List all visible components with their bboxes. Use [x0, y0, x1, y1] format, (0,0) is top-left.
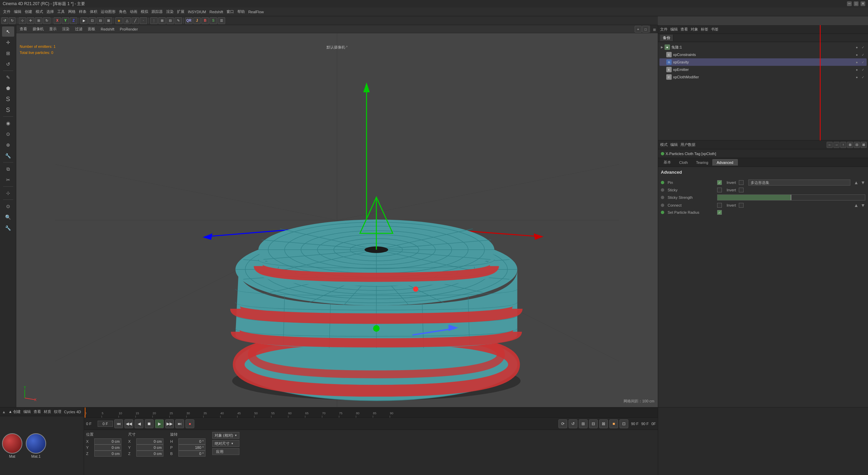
connect-invert-checkbox[interactable] — [739, 203, 744, 208]
scene-vis-2[interactable]: ● — [854, 52, 859, 57]
sidebar-tool3-icon[interactable]: ⊕ — [2, 140, 14, 150]
sidebar-tool1-icon[interactable]: ◉ — [2, 118, 14, 128]
material-ball-mat1[interactable] — [26, 433, 46, 454]
transport-btn-prev[interactable]: ◀ — [135, 419, 143, 428]
set-particle-checkbox[interactable]: ✓ — [717, 210, 722, 215]
attr-userdata-menu[interactable]: 用户数据 — [680, 142, 695, 147]
redo-btn[interactable]: ↻ — [9, 17, 16, 24]
scene-check-5[interactable]: ✓ — [861, 75, 865, 79]
mat-cycles[interactable]: Cycles 4D — [64, 410, 81, 414]
vp-render-menu[interactable]: 渲染 — [61, 26, 71, 32]
vp-view-menu[interactable]: 查看 — [18, 26, 28, 32]
mat-material[interactable]: 材质 — [44, 409, 51, 414]
render-view-btn[interactable]: ▶ — [80, 17, 88, 24]
menu-realflow[interactable]: RealFlow — [246, 10, 265, 14]
vp-panel-menu[interactable]: 面板 — [86, 26, 97, 32]
attr-extra1-btn[interactable]: ⊞ — [847, 142, 853, 148]
scene-check-3[interactable]: ✓ — [861, 60, 865, 64]
menu-mesh[interactable]: 网格 — [66, 9, 77, 14]
connect-checkbox[interactable] — [717, 203, 722, 208]
scene-check-4[interactable]: ✓ — [861, 67, 865, 72]
transport-btn-next[interactable]: ▶▶ — [165, 419, 174, 428]
pos-x-input[interactable] — [94, 438, 121, 444]
axis-z-btn[interactable]: Z — [70, 17, 77, 24]
menu-tracker[interactable]: 跟踪器 — [150, 9, 164, 14]
sticky-checkbox[interactable] — [717, 188, 722, 192]
transport-btn-extra3[interactable]: ⊠ — [599, 419, 608, 428]
coord-mode-dropdown2[interactable]: 绝对尺寸 ▼ — [212, 440, 239, 447]
frame-input[interactable] — [98, 421, 113, 427]
transport-btn-extra4[interactable]: ■ — [609, 419, 618, 428]
tab-tearing[interactable]: Tearing — [692, 159, 712, 166]
mat-view[interactable]: 查看 — [34, 409, 41, 414]
scene-check-2[interactable]: ✓ — [861, 52, 865, 57]
vp-plus-btn[interactable]: + — [635, 26, 642, 33]
point-mode-btn[interactable]: · — [140, 17, 147, 24]
scale-btn[interactable]: ⊞ — [35, 17, 42, 24]
s-btn[interactable]: S — [210, 17, 217, 24]
edge-mode-btn[interactable]: ╱ — [132, 17, 139, 24]
b-btn[interactable]: B — [201, 17, 209, 24]
menu-edit[interactable]: 编辑 — [12, 9, 23, 14]
transport-btn-stop[interactable]: ⏹ — [145, 419, 154, 428]
sidebar-camera-icon[interactable]: ⊙ — [2, 201, 14, 211]
sticky-strength-handle[interactable] — [791, 195, 791, 200]
coord-mode-dropdown1[interactable]: 对象 (相对) ▼ — [212, 432, 239, 439]
transport-btn-extra1[interactable]: ⊞ — [579, 419, 588, 428]
sidebar-select-icon[interactable]: ↖ — [2, 26, 14, 37]
j-btn[interactable]: J — [193, 17, 201, 24]
scene-vis-3[interactable]: ● — [854, 60, 859, 64]
render-anim-btn[interactable]: ⊟ — [97, 17, 104, 24]
sidebar-s2-icon[interactable]: S — [2, 105, 14, 115]
render-frame-btn[interactable]: ⊡ — [88, 17, 96, 24]
attr-back-btn[interactable]: ← — [827, 142, 833, 148]
pin-polygon-field[interactable]: 多边形选集 — [748, 179, 851, 186]
pin-invert-checkbox[interactable] — [739, 180, 744, 185]
scene-item-rabbit[interactable]: ▶ ■ 兔隆:1 ● ✓ — [659, 43, 867, 51]
menu-insydium[interactable]: INSYDIUM — [186, 10, 208, 14]
sidebar-rotate-icon[interactable]: ↺ — [2, 59, 14, 69]
sidebar-zoom-icon[interactable]: 🔍 — [2, 212, 14, 222]
paint-btn[interactable]: ✎ — [175, 17, 182, 24]
scene-vis-4[interactable]: ● — [854, 67, 859, 72]
scene-vis-5[interactable]: ● — [854, 75, 859, 79]
mat-edit[interactable]: 编辑 — [23, 409, 31, 414]
size-x-input[interactable] — [136, 438, 163, 444]
obj-mode-btn[interactable]: ◈ — [115, 17, 123, 24]
sym-btn[interactable]: ⊟ — [166, 17, 174, 24]
snap-btn[interactable]: ⋮ — [150, 17, 158, 24]
connect-scroll-down[interactable]: ▼ — [861, 203, 865, 208]
pos-z-input[interactable] — [94, 451, 121, 457]
pin-arrow-up[interactable]: ▲ — [854, 180, 859, 185]
menu-window[interactable]: 窗口 — [225, 9, 236, 14]
menu-animate[interactable]: 动画 — [128, 9, 139, 14]
scene-canvas[interactable]: Number of emitters: 1 Total live particl… — [16, 33, 658, 407]
transport-btn-prev-key[interactable]: ◀◀ — [124, 419, 133, 428]
size-y-input[interactable] — [136, 444, 163, 451]
scene-item-gravity[interactable]: G xpGravity ● ✓ — [659, 58, 867, 66]
vp-display-menu[interactable]: 显示 — [48, 26, 58, 32]
tab-basic[interactable]: 基本 — [659, 159, 675, 166]
transport-btn-loop[interactable]: ⟳ — [558, 419, 567, 428]
poly-mode-btn[interactable]: △ — [123, 17, 131, 24]
vp-icon-1[interactable]: ⊞ — [651, 26, 657, 33]
sidebar-pen-icon[interactable]: ✎ — [2, 72, 14, 82]
scene-item-constraints[interactable]: C xpConstraints ● ✓ — [659, 51, 867, 58]
sm-file[interactable]: 文件 — [660, 27, 668, 32]
menu-create[interactable]: 创建 — [23, 9, 34, 14]
rot-p-input[interactable] — [178, 444, 205, 451]
attr-mode-menu[interactable]: 模式 — [660, 142, 668, 147]
vp-filter-menu[interactable]: 过滤 — [74, 26, 84, 32]
scene-vis-1[interactable]: ● — [854, 45, 859, 50]
transport-btn-record[interactable]: ● — [185, 419, 194, 428]
sm-object[interactable]: 对象 — [691, 27, 698, 32]
transport-btn-start[interactable]: ⏮ — [114, 419, 123, 428]
minimize-btn[interactable]: ─ — [847, 1, 852, 6]
attr-extra3-btn[interactable]: ⊠ — [861, 142, 867, 148]
sidebar-tool4-icon[interactable]: 🔧 — [2, 151, 14, 161]
transport-btn-extra5[interactable]: ⊡ — [619, 419, 628, 428]
sidebar-wrench-icon[interactable]: 🔧 — [2, 223, 14, 233]
menu-file[interactable]: 文件 — [1, 9, 12, 14]
pin-checkbox[interactable]: ✓ — [717, 180, 722, 185]
attr-fwd-btn[interactable]: → — [833, 142, 840, 148]
